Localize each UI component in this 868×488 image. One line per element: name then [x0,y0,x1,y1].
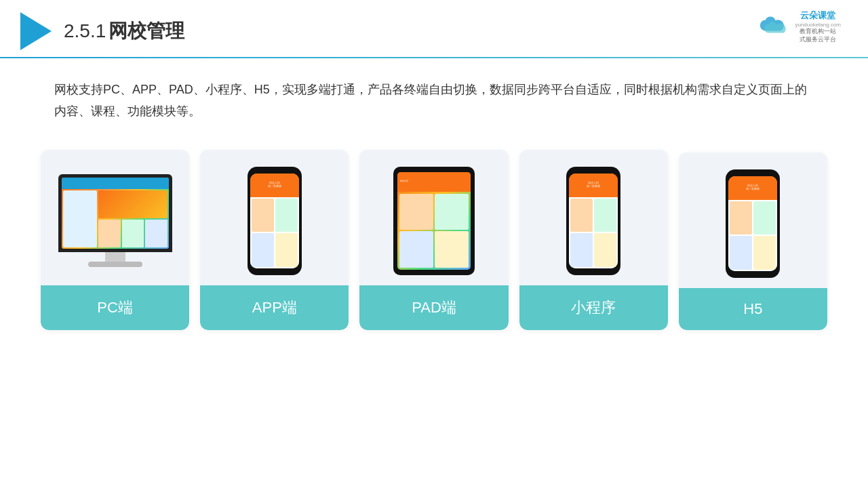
card-miniapp-label: 小程序 [519,285,668,330]
h5-screen-inner: 职达人的第一堂网课 [728,176,777,271]
brand-name-text: 云朵课堂 [795,9,841,22]
description: 网校支持PC、APP、PAD、小程序、H5，实现多端打通，产品各终端自由切换，数… [0,58,868,136]
app-screen-inner: 职达人的第一堂网课 [250,174,299,268]
app-block-1 [252,199,274,232]
app-phone: 职达人的第一堂网课 [248,167,302,275]
miniapp-screen-inner: 职达人的第一堂网课 [569,174,618,268]
app-phone-body: 职达人的第一堂网课 [248,167,302,275]
card-pc-label: PC端 [41,285,189,330]
miniapp-phone-screen: 职达人的第一堂网课 [569,174,618,268]
brand-url: yunduoketang.com [795,22,841,28]
card-pad: 网校管理 PAD端 [359,150,508,330]
h5-block-4 [753,236,776,270]
pad-tablet: 网校管理 [393,167,475,275]
description-text: 网校支持PC、APP、PAD、小程序、H5，实现多端打通，产品各终端自由切换，数… [54,79,814,123]
pad-tablet-body: 网校管理 [393,167,475,275]
card-miniapp: 职达人的第一堂网课 小程序 [519,150,668,330]
miniapp-block-4 [594,233,616,267]
h5-phone-notch [743,169,762,175]
brand-name: 云朵课堂 yunduoketang.com 教育机构一站 式服务云平台 [795,9,841,43]
h5-phone-screen: 职达人的第一堂网课 [728,176,777,271]
page-title: 2.5.1网校管理 [64,18,184,44]
card-pc-image [41,150,189,285]
card-miniapp-image: 职达人的第一堂网课 [519,150,668,285]
card-app-label: APP端 [200,285,349,330]
card-app-image: 职达人的第一堂网课 [200,150,349,285]
card-pad-label: PAD端 [359,285,508,330]
miniapp-phone-notch [584,167,603,172]
miniapp-block-1 [570,199,593,232]
pad-tablet-screen: 网校管理 [397,172,471,270]
title-number: 2.5.1 [64,20,106,41]
cards-section: PC端 职达人的第一堂网课 [0,136,868,330]
card-app: 职达人的第一堂网课 APP端 [200,150,349,330]
header: 2.5.1网校管理 云朵课堂 yunduoketang.com 教育机构一站 式… [0,0,868,50]
pc-screen-topbar [62,178,169,189]
miniapp-screen-bottom [569,197,618,268]
card-h5-image: 职达人的第一堂网课 [679,152,827,288]
h5-phone: 职达人的第一堂网课 [726,169,780,278]
app-screen-bottom [250,197,299,268]
pc-monitor [58,174,172,267]
pad-screen-inner: 网校管理 [397,172,471,270]
h5-block-2 [753,201,776,235]
miniapp-phone: 职达人的第一堂网课 [566,167,620,275]
monitor-screen [62,178,169,249]
h5-phone-body: 职达人的第一堂网课 [726,169,780,278]
brand-logo: 云朵课堂 yunduoketang.com 教育机构一站 式服务云平台 [757,9,841,43]
miniapp-block-2 [594,199,616,232]
cloud-icon [757,16,789,37]
card-pad-image: 网校管理 [359,150,508,285]
miniapp-phone-body: 职达人的第一堂网课 [566,167,620,275]
monitor-body [58,174,172,252]
miniapp-block-3 [570,233,593,267]
card-h5: 职达人的第一堂网课 H5 [679,152,827,330]
h5-screen-bottom [728,200,777,271]
app-phone-notch [265,167,284,172]
h5-block-1 [730,201,752,235]
card-pc: PC端 [41,150,189,330]
monitor-neck [105,252,125,262]
app-phone-screen: 职达人的第一堂网课 [250,174,299,268]
monitor-base [88,262,142,267]
app-block-3 [252,233,274,267]
app-block-2 [275,199,298,232]
title-text: 网校管理 [108,20,184,41]
pc-screen-inner [62,178,169,249]
card-h5-label: H5 [679,288,827,330]
app-block-4 [275,233,298,267]
brand-sub: 教育机构一站 式服务云平台 [795,28,841,43]
h5-block-3 [730,236,752,270]
logo-triangle [20,12,52,50]
